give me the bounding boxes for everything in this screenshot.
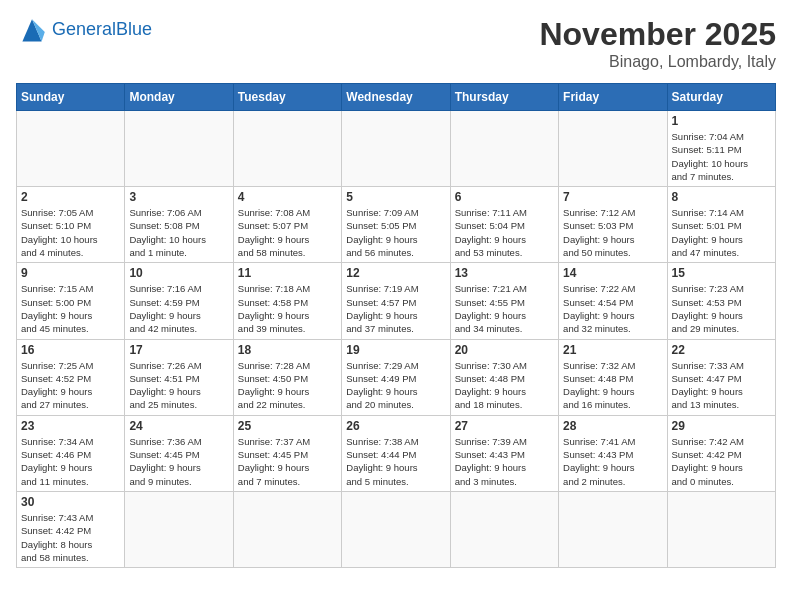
calendar-week-6: 30Sunrise: 7:43 AM Sunset: 4:42 PM Dayli… — [17, 491, 776, 567]
logo-general: General — [52, 19, 116, 39]
day-info: Sunrise: 7:36 AM Sunset: 4:45 PM Dayligh… — [129, 435, 228, 488]
calendar-cell: 2Sunrise: 7:05 AM Sunset: 5:10 PM Daylig… — [17, 187, 125, 263]
calendar-cell — [17, 111, 125, 187]
day-number: 7 — [563, 190, 662, 204]
day-number: 16 — [21, 343, 120, 357]
day-number: 14 — [563, 266, 662, 280]
day-number: 30 — [21, 495, 120, 509]
calendar-cell — [450, 111, 558, 187]
day-info: Sunrise: 7:18 AM Sunset: 4:58 PM Dayligh… — [238, 282, 337, 335]
day-number: 4 — [238, 190, 337, 204]
day-number: 13 — [455, 266, 554, 280]
day-info: Sunrise: 7:38 AM Sunset: 4:44 PM Dayligh… — [346, 435, 445, 488]
calendar-cell: 11Sunrise: 7:18 AM Sunset: 4:58 PM Dayli… — [233, 263, 341, 339]
day-info: Sunrise: 7:42 AM Sunset: 4:42 PM Dayligh… — [672, 435, 771, 488]
day-info: Sunrise: 7:11 AM Sunset: 5:04 PM Dayligh… — [455, 206, 554, 259]
weekday-header-friday: Friday — [559, 84, 667, 111]
weekday-header-sunday: Sunday — [17, 84, 125, 111]
day-info: Sunrise: 7:06 AM Sunset: 5:08 PM Dayligh… — [129, 206, 228, 259]
day-number: 18 — [238, 343, 337, 357]
calendar-table: SundayMondayTuesdayWednesdayThursdayFrid… — [16, 83, 776, 568]
calendar-cell: 9Sunrise: 7:15 AM Sunset: 5:00 PM Daylig… — [17, 263, 125, 339]
calendar-cell: 15Sunrise: 7:23 AM Sunset: 4:53 PM Dayli… — [667, 263, 775, 339]
day-info: Sunrise: 7:28 AM Sunset: 4:50 PM Dayligh… — [238, 359, 337, 412]
day-info: Sunrise: 7:22 AM Sunset: 4:54 PM Dayligh… — [563, 282, 662, 335]
calendar-cell: 5Sunrise: 7:09 AM Sunset: 5:05 PM Daylig… — [342, 187, 450, 263]
calendar-cell — [450, 491, 558, 567]
day-info: Sunrise: 7:05 AM Sunset: 5:10 PM Dayligh… — [21, 206, 120, 259]
day-number: 12 — [346, 266, 445, 280]
title-block: November 2025 Binago, Lombardy, Italy — [539, 16, 776, 71]
calendar-cell: 16Sunrise: 7:25 AM Sunset: 4:52 PM Dayli… — [17, 339, 125, 415]
calendar-cell: 10Sunrise: 7:16 AM Sunset: 4:59 PM Dayli… — [125, 263, 233, 339]
calendar-title: November 2025 — [539, 16, 776, 53]
day-number: 22 — [672, 343, 771, 357]
calendar-cell: 19Sunrise: 7:29 AM Sunset: 4:49 PM Dayli… — [342, 339, 450, 415]
logo-text: GeneralBlue — [52, 20, 152, 40]
day-info: Sunrise: 7:26 AM Sunset: 4:51 PM Dayligh… — [129, 359, 228, 412]
weekday-header-wednesday: Wednesday — [342, 84, 450, 111]
calendar-cell: 6Sunrise: 7:11 AM Sunset: 5:04 PM Daylig… — [450, 187, 558, 263]
calendar-cell — [559, 111, 667, 187]
calendar-cell — [667, 491, 775, 567]
calendar-cell: 17Sunrise: 7:26 AM Sunset: 4:51 PM Dayli… — [125, 339, 233, 415]
calendar-cell: 30Sunrise: 7:43 AM Sunset: 4:42 PM Dayli… — [17, 491, 125, 567]
weekday-header-tuesday: Tuesday — [233, 84, 341, 111]
calendar-cell: 23Sunrise: 7:34 AM Sunset: 4:46 PM Dayli… — [17, 415, 125, 491]
day-info: Sunrise: 7:04 AM Sunset: 5:11 PM Dayligh… — [672, 130, 771, 183]
day-number: 3 — [129, 190, 228, 204]
day-number: 24 — [129, 419, 228, 433]
day-info: Sunrise: 7:14 AM Sunset: 5:01 PM Dayligh… — [672, 206, 771, 259]
day-number: 9 — [21, 266, 120, 280]
calendar-cell: 25Sunrise: 7:37 AM Sunset: 4:45 PM Dayli… — [233, 415, 341, 491]
day-info: Sunrise: 7:15 AM Sunset: 5:00 PM Dayligh… — [21, 282, 120, 335]
day-number: 28 — [563, 419, 662, 433]
calendar-cell: 21Sunrise: 7:32 AM Sunset: 4:48 PM Dayli… — [559, 339, 667, 415]
weekday-header-monday: Monday — [125, 84, 233, 111]
day-number: 15 — [672, 266, 771, 280]
calendar-week-3: 9Sunrise: 7:15 AM Sunset: 5:00 PM Daylig… — [17, 263, 776, 339]
logo: GeneralBlue — [16, 16, 152, 44]
calendar-cell: 1Sunrise: 7:04 AM Sunset: 5:11 PM Daylig… — [667, 111, 775, 187]
calendar-week-1: 1Sunrise: 7:04 AM Sunset: 5:11 PM Daylig… — [17, 111, 776, 187]
calendar-cell — [125, 111, 233, 187]
logo-blue: Blue — [116, 19, 152, 39]
calendar-header: SundayMondayTuesdayWednesdayThursdayFrid… — [17, 84, 776, 111]
calendar-week-5: 23Sunrise: 7:34 AM Sunset: 4:46 PM Dayli… — [17, 415, 776, 491]
calendar-cell: 22Sunrise: 7:33 AM Sunset: 4:47 PM Dayli… — [667, 339, 775, 415]
day-number: 17 — [129, 343, 228, 357]
calendar-subtitle: Binago, Lombardy, Italy — [539, 53, 776, 71]
day-number: 5 — [346, 190, 445, 204]
day-number: 6 — [455, 190, 554, 204]
weekday-header-row: SundayMondayTuesdayWednesdayThursdayFrid… — [17, 84, 776, 111]
day-number: 1 — [672, 114, 771, 128]
calendar-cell: 24Sunrise: 7:36 AM Sunset: 4:45 PM Dayli… — [125, 415, 233, 491]
day-number: 8 — [672, 190, 771, 204]
day-info: Sunrise: 7:30 AM Sunset: 4:48 PM Dayligh… — [455, 359, 554, 412]
day-number: 25 — [238, 419, 337, 433]
calendar-cell: 20Sunrise: 7:30 AM Sunset: 4:48 PM Dayli… — [450, 339, 558, 415]
calendar-week-2: 2Sunrise: 7:05 AM Sunset: 5:10 PM Daylig… — [17, 187, 776, 263]
day-info: Sunrise: 7:09 AM Sunset: 5:05 PM Dayligh… — [346, 206, 445, 259]
calendar-cell: 13Sunrise: 7:21 AM Sunset: 4:55 PM Dayli… — [450, 263, 558, 339]
calendar-cell: 14Sunrise: 7:22 AM Sunset: 4:54 PM Dayli… — [559, 263, 667, 339]
day-number: 2 — [21, 190, 120, 204]
day-number: 23 — [21, 419, 120, 433]
calendar-body: 1Sunrise: 7:04 AM Sunset: 5:11 PM Daylig… — [17, 111, 776, 568]
calendar-cell: 27Sunrise: 7:39 AM Sunset: 4:43 PM Dayli… — [450, 415, 558, 491]
day-info: Sunrise: 7:08 AM Sunset: 5:07 PM Dayligh… — [238, 206, 337, 259]
page-header: GeneralBlue November 2025 Binago, Lombar… — [16, 16, 776, 71]
calendar-week-4: 16Sunrise: 7:25 AM Sunset: 4:52 PM Dayli… — [17, 339, 776, 415]
calendar-cell: 26Sunrise: 7:38 AM Sunset: 4:44 PM Dayli… — [342, 415, 450, 491]
day-number: 21 — [563, 343, 662, 357]
calendar-cell: 3Sunrise: 7:06 AM Sunset: 5:08 PM Daylig… — [125, 187, 233, 263]
day-info: Sunrise: 7:23 AM Sunset: 4:53 PM Dayligh… — [672, 282, 771, 335]
calendar-cell: 12Sunrise: 7:19 AM Sunset: 4:57 PM Dayli… — [342, 263, 450, 339]
logo-icon — [16, 16, 48, 44]
calendar-cell: 28Sunrise: 7:41 AM Sunset: 4:43 PM Dayli… — [559, 415, 667, 491]
day-number: 19 — [346, 343, 445, 357]
day-info: Sunrise: 7:32 AM Sunset: 4:48 PM Dayligh… — [563, 359, 662, 412]
day-info: Sunrise: 7:41 AM Sunset: 4:43 PM Dayligh… — [563, 435, 662, 488]
calendar-cell — [233, 491, 341, 567]
calendar-cell: 7Sunrise: 7:12 AM Sunset: 5:03 PM Daylig… — [559, 187, 667, 263]
